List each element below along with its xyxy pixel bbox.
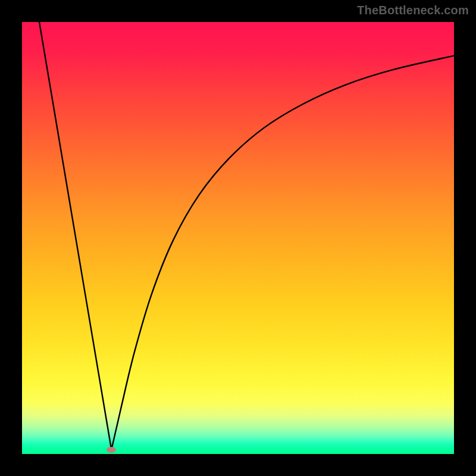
plot-area — [22, 22, 454, 454]
minimum-marker — [107, 447, 116, 453]
curve-svg — [22, 22, 454, 454]
bottleneck-curve — [39, 22, 454, 450]
attribution-text: TheBottleneck.com — [357, 4, 469, 17]
chart-frame: TheBottleneck.com — [0, 0, 476, 476]
